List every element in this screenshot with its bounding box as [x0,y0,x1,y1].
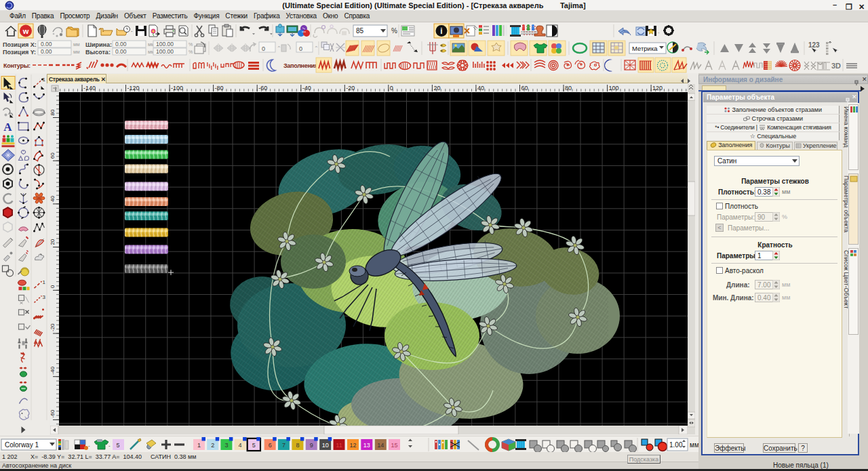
svg-text:A: A [3,121,12,134]
svg-text:13: 13 [363,442,370,449]
svg-text:-: - [658,29,660,35]
svg-text:40: 40 [477,85,484,91]
svg-text:-60: -60 [258,85,267,91]
svg-text:7: 7 [282,442,285,449]
svg-text:3: 3 [43,294,46,300]
svg-text:80: 80 [50,109,56,115]
svg-text:Метрика: Метрика [632,45,658,52]
svg-text:-: - [108,443,111,449]
svg-text:мм: мм [73,49,80,54]
svg-text:1: 1 [197,442,201,449]
svg-text:9: 9 [310,442,313,449]
svg-text:-20: -20 [346,85,355,91]
svg-text:100.00: 100.00 [156,41,174,47]
svg-text:8: 8 [296,442,299,449]
svg-text:14: 14 [377,442,384,449]
svg-text:%: % [189,42,193,47]
svg-text:60: 60 [521,85,528,91]
svg-text:2: 2 [211,442,214,449]
svg-text:%: % [391,27,397,35]
svg-text:10: 10 [322,442,329,449]
svg-text:⌃: ⌃ [277,45,281,52]
svg-text:3: 3 [224,442,228,449]
svg-text:0.00: 0.00 [41,41,52,47]
svg-text:-60: -60 [50,409,56,417]
svg-text:i: i [440,26,442,36]
svg-text:20: 20 [433,85,440,91]
svg-text:0.00: 0.00 [115,41,127,47]
svg-text:3D: 3D [831,62,841,70]
svg-text:60: 60 [50,152,56,159]
svg-text:-140: -140 [83,85,96,91]
svg-text:100: 100 [609,85,619,91]
svg-text:1.00: 1.00 [669,441,683,449]
svg-text:-20: -20 [50,323,56,331]
svg-text:⌃: ⌃ [314,45,319,52]
svg-text:мм: мм [73,42,80,47]
svg-text:11: 11 [336,442,342,449]
svg-text:-: - [131,28,133,34]
svg-text:0: 0 [390,85,393,91]
svg-text:6: 6 [269,442,272,449]
svg-text:Заполнения:: Заполнения: [283,62,320,69]
svg-text:5: 5 [252,442,256,449]
svg-text:100.00: 100.00 [156,48,174,55]
svg-text:-40: -40 [50,367,56,375]
svg-text:12: 12 [349,442,356,449]
svg-text:Ширина:: Ширина: [85,41,112,48]
svg-text:0: 0 [262,45,265,52]
svg-text:-100: -100 [171,85,183,91]
svg-text:Контуры:: Контуры: [3,62,31,69]
svg-text:Позиция Y:: Позиция Y: [3,49,36,56]
svg-text:мм: мм [690,441,699,449]
svg-text:0.00: 0.00 [41,48,52,55]
svg-text:0: 0 [299,45,302,52]
svg-text:40: 40 [50,195,56,201]
svg-text:%: % [189,49,193,54]
svg-text:Позиция X:: Позиция X: [3,41,37,48]
svg-text:-120: -120 [127,85,140,91]
svg-text:123: 123 [808,41,820,49]
svg-text:-80: -80 [215,85,224,91]
svg-text:5: 5 [116,442,119,449]
svg-text:w: w [22,27,29,35]
svg-text:0.00: 0.00 [115,48,127,55]
svg-text:15: 15 [391,442,397,449]
svg-text:20: 20 [50,239,56,245]
svg-text:120: 120 [652,85,663,91]
svg-text:Colorway 1: Colorway 1 [5,441,39,449]
svg-text:0: 0 [50,285,56,288]
svg-text:4: 4 [239,442,242,449]
svg-text:85: 85 [356,27,364,35]
svg-text:1: 1 [43,279,46,285]
svg-text:80: 80 [565,85,572,91]
svg-text:-40: -40 [302,85,311,91]
svg-text:-: - [88,443,90,449]
svg-text:Высота:: Высота: [85,49,111,56]
